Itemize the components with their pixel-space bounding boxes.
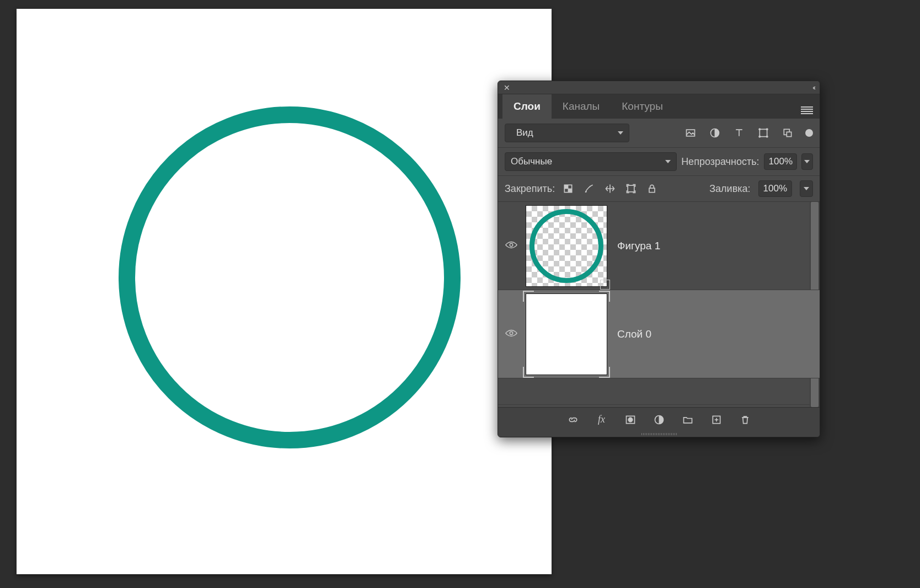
- layers-panel: ✕ ‹‹ Слои Каналы Контуры Вид: [498, 81, 820, 437]
- tab-channels[interactable]: Каналы: [552, 94, 611, 119]
- visibility-toggle[interactable]: [498, 328, 525, 340]
- layers-empty-area[interactable]: [498, 378, 820, 405]
- fill-label: Заливка:: [709, 183, 750, 195]
- svg-point-6: [766, 129, 768, 130]
- svg-point-8: [766, 136, 768, 137]
- blend-row: Обычные Непрозрачность: 100%: [498, 148, 820, 176]
- svg-point-7: [759, 136, 761, 137]
- layer-thumbnail[interactable]: [526, 205, 607, 287]
- svg-point-17: [510, 332, 513, 335]
- tab-label: Контуры: [622, 100, 663, 113]
- blend-mode-label: Обычные: [511, 156, 552, 167]
- collapse-icon[interactable]: ‹‹: [812, 83, 814, 92]
- tab-paths[interactable]: Контуры: [611, 94, 674, 119]
- opacity-value[interactable]: 100%: [764, 153, 797, 170]
- filter-kind-select[interactable]: Вид: [505, 124, 629, 142]
- lock-brush-icon[interactable]: [584, 183, 595, 194]
- lock-row: Закрепить: Заливка: 100%: [498, 176, 820, 202]
- filter-smart-icon[interactable]: [782, 127, 793, 138]
- fill-value[interactable]: 100%: [758, 180, 792, 197]
- tab-label: Каналы: [563, 100, 600, 113]
- lock-artboard-icon[interactable]: [625, 183, 636, 194]
- filter-shape-icon[interactable]: [758, 127, 769, 138]
- svg-rect-12: [565, 185, 569, 189]
- layer-name[interactable]: Слой 0: [617, 328, 651, 340]
- filter-kind-label: Вид: [516, 127, 533, 138]
- tab-layers[interactable]: Слои: [502, 94, 552, 119]
- opacity-stepper[interactable]: [801, 153, 813, 170]
- opacity-label: Непрозрачность:: [681, 156, 759, 168]
- blend-mode-select[interactable]: Обычные: [505, 152, 677, 171]
- group-icon[interactable]: [682, 414, 693, 425]
- filter-icons: [685, 127, 793, 138]
- link-layers-icon[interactable]: [568, 414, 579, 425]
- canvas-document[interactable]: [17, 9, 552, 574]
- filter-row: Вид: [498, 119, 820, 148]
- delete-layer-icon[interactable]: [740, 414, 751, 425]
- lock-position-icon[interactable]: [605, 183, 616, 194]
- panel-menu-icon[interactable]: [801, 99, 813, 114]
- visibility-toggle[interactable]: [498, 240, 525, 252]
- panel-tabs: Слои Каналы Контуры: [498, 94, 820, 119]
- layer-row[interactable]: Слой 0: [498, 290, 820, 378]
- layer-thumbnail[interactable]: [526, 293, 607, 375]
- tab-label: Слои: [514, 100, 541, 113]
- panel-resize-grip[interactable]: [498, 431, 820, 437]
- chevron-down-icon: [665, 160, 671, 163]
- shape-circle-ring[interactable]: [119, 106, 461, 448]
- filter-adjust-icon[interactable]: [709, 127, 720, 138]
- svg-rect-10: [787, 132, 791, 136]
- lock-pixels-icon[interactable]: [563, 183, 574, 194]
- svg-point-5: [759, 129, 761, 130]
- new-layer-icon[interactable]: [711, 414, 722, 425]
- svg-rect-14: [628, 185, 634, 192]
- filter-pixel-icon[interactable]: [685, 127, 696, 138]
- filter-type-icon[interactable]: [734, 127, 745, 138]
- layers-list: Фигура 1 Слой 0: [498, 202, 820, 407]
- svg-rect-13: [568, 189, 572, 193]
- svg-rect-4: [759, 129, 767, 136]
- layers-bottom-bar: fx: [498, 407, 820, 431]
- lock-label: Закрепить:: [505, 183, 555, 195]
- lock-all-icon[interactable]: [646, 183, 657, 194]
- canvas-bounds-icon: [523, 291, 610, 378]
- eye-icon: [505, 240, 517, 248]
- eye-icon: [505, 328, 517, 336]
- filter-toggle[interactable]: [805, 129, 813, 137]
- close-icon[interactable]: ✕: [504, 83, 510, 92]
- layer-mask-icon[interactable]: [625, 414, 636, 425]
- layer-name[interactable]: Фигура 1: [617, 240, 660, 252]
- chevron-down-icon: [618, 131, 623, 135]
- shape-badge-icon: [600, 280, 610, 290]
- svg-point-16: [510, 243, 513, 247]
- svg-rect-15: [649, 188, 655, 193]
- fill-stepper[interactable]: [800, 180, 813, 197]
- shape-ring-thumb-icon: [529, 209, 603, 283]
- layer-row[interactable]: Фигура 1: [498, 202, 820, 290]
- layer-style-icon[interactable]: fx: [596, 414, 607, 425]
- svg-point-19: [628, 417, 632, 421]
- adjustment-layer-icon[interactable]: [654, 414, 665, 425]
- panel-titlebar[interactable]: ✕ ‹‹: [498, 81, 820, 94]
